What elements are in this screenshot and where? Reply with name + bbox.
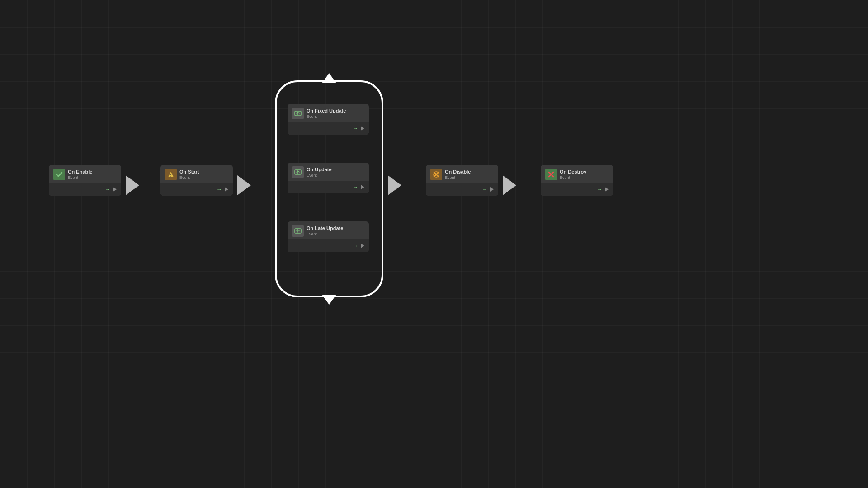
on-destroy-text: On Destroy Event xyxy=(560,169,586,180)
svg-point-2 xyxy=(170,176,171,177)
on-late-update-icon xyxy=(292,225,304,237)
on-enable-output-arrow: → xyxy=(105,186,110,192)
on-late-update-exec-pin[interactable] xyxy=(361,244,364,248)
on-disable-text: On Disable Event xyxy=(445,169,471,180)
on-fixed-update-output-arrow: → xyxy=(353,125,358,131)
arrow-loop-to-disable xyxy=(388,175,401,195)
on-destroy-exec-pin[interactable] xyxy=(605,187,609,192)
on-enable-icon xyxy=(53,169,65,180)
on-enable-exec-pin[interactable] xyxy=(113,187,117,192)
on-enable-text: On Enable Event xyxy=(68,169,92,180)
loop-container: On Fixed Update Event → xyxy=(275,80,383,297)
loop-arrow-top xyxy=(322,73,336,83)
on-update-text: On Update Event xyxy=(307,167,332,178)
on-update-exec-pin[interactable] xyxy=(361,185,364,189)
arrow-enable-to-start xyxy=(126,175,139,195)
on-late-update-text: On Late Update Event xyxy=(307,225,343,236)
node-on-enable[interactable]: On Enable Event → xyxy=(49,165,121,196)
on-disable-output-arrow: → xyxy=(482,186,487,192)
on-late-update-output-arrow: → xyxy=(353,243,358,249)
on-disable-exec-pin[interactable] xyxy=(490,187,494,192)
arrow-start-to-loop xyxy=(237,175,251,195)
node-canvas[interactable]: On Enable Event → On Start xyxy=(0,0,868,488)
on-fixed-update-text: On Fixed Update Event xyxy=(307,108,346,119)
node-on-late-update[interactable]: On Late Update Event → xyxy=(288,221,369,252)
on-destroy-output-arrow: → xyxy=(597,186,602,192)
on-fixed-update-exec-pin[interactable] xyxy=(361,126,364,131)
node-on-disable[interactable]: On Disable Event → xyxy=(426,165,498,196)
node-on-start[interactable]: On Start Event → xyxy=(160,165,233,196)
node-on-destroy[interactable]: On Destroy Event → xyxy=(541,165,613,196)
on-start-icon xyxy=(165,169,177,180)
on-start-text: On Start Event xyxy=(179,169,199,180)
node-on-fixed-update[interactable]: On Fixed Update Event → xyxy=(288,104,369,135)
loop-arrow-bottom xyxy=(322,295,336,305)
on-destroy-icon xyxy=(545,169,557,180)
on-start-exec-pin[interactable] xyxy=(225,187,228,192)
on-disable-icon xyxy=(430,169,442,180)
on-update-output-arrow: → xyxy=(353,184,358,190)
on-start-output-arrow: → xyxy=(217,186,222,192)
node-on-update[interactable]: On Update Event → xyxy=(288,163,369,193)
arrow-disable-to-destroy xyxy=(503,175,516,195)
on-update-icon xyxy=(292,166,304,178)
on-fixed-update-icon xyxy=(292,108,304,119)
